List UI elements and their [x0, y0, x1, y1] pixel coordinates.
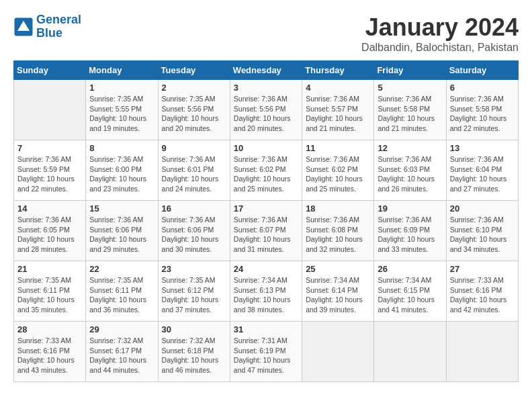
calendar-cell: 16Sunrise: 7:36 AM Sunset: 6:06 PM Dayli…: [158, 201, 230, 261]
day-info: Sunrise: 7:35 AM Sunset: 6:12 PM Dayligh…: [162, 275, 226, 315]
calendar-cell: 3Sunrise: 7:36 AM Sunset: 5:56 PM Daylig…: [230, 80, 302, 140]
day-header-tuesday: Tuesday: [158, 61, 230, 80]
day-number: 5: [378, 83, 442, 93]
day-number: 27: [450, 264, 515, 274]
day-info: Sunrise: 7:31 AM Sunset: 6:19 PM Dayligh…: [234, 336, 298, 375]
calendar-cell: 4Sunrise: 7:36 AM Sunset: 5:57 PM Daylig…: [302, 80, 374, 140]
calendar-cell: 29Sunrise: 7:32 AM Sunset: 6:17 PM Dayli…: [86, 322, 158, 382]
day-number: 28: [17, 324, 82, 334]
day-number: 10: [234, 143, 298, 153]
day-number: 9: [162, 143, 226, 153]
day-info: Sunrise: 7:35 AM Sunset: 6:11 PM Dayligh…: [89, 275, 154, 315]
day-info: Sunrise: 7:35 AM Sunset: 6:11 PM Dayligh…: [17, 275, 82, 315]
day-info: Sunrise: 7:35 AM Sunset: 5:55 PM Dayligh…: [89, 94, 154, 134]
calendar-cell: 30Sunrise: 7:32 AM Sunset: 6:18 PM Dayli…: [158, 322, 230, 382]
calendar-cell: 20Sunrise: 7:36 AM Sunset: 6:10 PM Dayli…: [446, 201, 518, 261]
day-info: Sunrise: 7:36 AM Sunset: 6:05 PM Dayligh…: [17, 215, 82, 255]
day-info: Sunrise: 7:34 AM Sunset: 6:15 PM Dayligh…: [378, 275, 442, 315]
calendar-cell: 8Sunrise: 7:36 AM Sunset: 6:00 PM Daylig…: [86, 140, 158, 201]
calendar-cell: 17Sunrise: 7:36 AM Sunset: 6:07 PM Dayli…: [230, 201, 302, 261]
calendar-cell: [14, 80, 86, 140]
calendar-cell: 10Sunrise: 7:36 AM Sunset: 6:02 PM Dayli…: [230, 140, 302, 201]
day-info: Sunrise: 7:34 AM Sunset: 6:13 PM Dayligh…: [234, 275, 298, 315]
week-row-5: 28Sunrise: 7:33 AM Sunset: 6:16 PM Dayli…: [14, 322, 519, 382]
day-info: Sunrise: 7:34 AM Sunset: 6:14 PM Dayligh…: [306, 275, 370, 315]
day-info: Sunrise: 7:33 AM Sunset: 6:16 PM Dayligh…: [450, 275, 515, 315]
day-info: Sunrise: 7:36 AM Sunset: 6:02 PM Dayligh…: [234, 154, 298, 194]
month-title: January 2024: [361, 13, 519, 42]
day-number: 31: [234, 324, 298, 334]
day-header-friday: Friday: [374, 61, 446, 80]
location: Dalbandin, Balochistan, Pakistan: [361, 42, 519, 54]
logo-icon: [13, 17, 34, 37]
week-row-1: 1Sunrise: 7:35 AM Sunset: 5:55 PM Daylig…: [14, 80, 519, 140]
day-number: 29: [89, 324, 154, 334]
day-info: Sunrise: 7:36 AM Sunset: 6:07 PM Dayligh…: [234, 215, 298, 255]
day-info: Sunrise: 7:36 AM Sunset: 5:58 PM Dayligh…: [450, 94, 515, 134]
calendar-cell: 5Sunrise: 7:36 AM Sunset: 5:58 PM Daylig…: [374, 80, 446, 140]
calendar-cell: 6Sunrise: 7:36 AM Sunset: 5:58 PM Daylig…: [446, 80, 518, 140]
calendar-cell: 15Sunrise: 7:36 AM Sunset: 6:06 PM Dayli…: [86, 201, 158, 261]
calendar-cell: 22Sunrise: 7:35 AM Sunset: 6:11 PM Dayli…: [86, 261, 158, 322]
calendar-cell: [302, 322, 374, 382]
day-info: Sunrise: 7:36 AM Sunset: 6:08 PM Dayligh…: [306, 215, 370, 255]
day-number: 4: [306, 83, 370, 93]
day-info: Sunrise: 7:36 AM Sunset: 6:03 PM Dayligh…: [378, 154, 442, 194]
calendar-cell: [374, 322, 446, 382]
day-info: Sunrise: 7:36 AM Sunset: 6:09 PM Dayligh…: [378, 215, 442, 255]
day-number: 19: [378, 203, 442, 214]
day-info: Sunrise: 7:36 AM Sunset: 6:02 PM Dayligh…: [306, 154, 370, 194]
calendar-cell: 19Sunrise: 7:36 AM Sunset: 6:09 PM Dayli…: [374, 201, 446, 261]
calendar-cell: 1Sunrise: 7:35 AM Sunset: 5:55 PM Daylig…: [86, 80, 158, 140]
calendar-cell: 14Sunrise: 7:36 AM Sunset: 6:05 PM Dayli…: [14, 201, 86, 261]
calendar-cell: 2Sunrise: 7:35 AM Sunset: 5:56 PM Daylig…: [158, 80, 230, 140]
calendar-table: SundayMondayTuesdayWednesdayThursdayFrid…: [13, 60, 519, 382]
day-header-thursday: Thursday: [302, 61, 374, 80]
day-number: 24: [234, 264, 298, 274]
week-row-2: 7Sunrise: 7:36 AM Sunset: 5:59 PM Daylig…: [14, 140, 519, 201]
day-info: Sunrise: 7:36 AM Sunset: 6:06 PM Dayligh…: [89, 215, 154, 255]
day-info: Sunrise: 7:36 AM Sunset: 5:59 PM Dayligh…: [17, 154, 82, 194]
day-info: Sunrise: 7:35 AM Sunset: 5:56 PM Dayligh…: [162, 94, 226, 134]
calendar-cell: 31Sunrise: 7:31 AM Sunset: 6:19 PM Dayli…: [230, 322, 302, 382]
day-info: Sunrise: 7:36 AM Sunset: 5:58 PM Dayligh…: [378, 94, 442, 134]
day-info: Sunrise: 7:36 AM Sunset: 5:57 PM Dayligh…: [306, 94, 370, 134]
day-info: Sunrise: 7:36 AM Sunset: 6:06 PM Dayligh…: [162, 215, 226, 255]
calendar-cell: [446, 322, 518, 382]
week-row-3: 14Sunrise: 7:36 AM Sunset: 6:05 PM Dayli…: [14, 201, 519, 261]
calendar-cell: 25Sunrise: 7:34 AM Sunset: 6:14 PM Dayli…: [302, 261, 374, 322]
day-header-saturday: Saturday: [446, 61, 518, 80]
day-number: 14: [17, 203, 82, 214]
page-header: General Blue January 2024 Dalbandin, Bal…: [13, 13, 519, 54]
day-number: 1: [89, 83, 154, 93]
day-info: Sunrise: 7:32 AM Sunset: 6:18 PM Dayligh…: [162, 336, 226, 375]
logo: General Blue: [13, 13, 81, 40]
logo-text: General Blue: [36, 13, 81, 40]
calendar-cell: 28Sunrise: 7:33 AM Sunset: 6:16 PM Dayli…: [14, 322, 86, 382]
day-number: 15: [89, 203, 154, 214]
calendar-cell: 18Sunrise: 7:36 AM Sunset: 6:08 PM Dayli…: [302, 201, 374, 261]
day-header-wednesday: Wednesday: [230, 61, 302, 80]
day-header-monday: Monday: [86, 61, 158, 80]
day-info: Sunrise: 7:36 AM Sunset: 6:01 PM Dayligh…: [162, 154, 226, 194]
day-number: 20: [450, 203, 515, 214]
day-number: 26: [378, 264, 442, 274]
day-number: 23: [162, 264, 226, 274]
day-number: 18: [306, 203, 370, 214]
calendar-cell: 26Sunrise: 7:34 AM Sunset: 6:15 PM Dayli…: [374, 261, 446, 322]
calendar-cell: 21Sunrise: 7:35 AM Sunset: 6:11 PM Dayli…: [14, 261, 86, 322]
calendar-cell: 24Sunrise: 7:34 AM Sunset: 6:13 PM Dayli…: [230, 261, 302, 322]
day-number: 21: [17, 264, 82, 274]
day-number: 12: [378, 143, 442, 153]
calendar-cell: 7Sunrise: 7:36 AM Sunset: 5:59 PM Daylig…: [14, 140, 86, 201]
day-number: 7: [17, 143, 82, 153]
day-number: 17: [234, 203, 298, 214]
days-header-row: SundayMondayTuesdayWednesdayThursdayFrid…: [14, 61, 519, 80]
day-number: 22: [89, 264, 154, 274]
day-info: Sunrise: 7:36 AM Sunset: 6:04 PM Dayligh…: [450, 154, 515, 194]
day-number: 30: [162, 324, 226, 334]
day-number: 3: [234, 83, 298, 93]
day-number: 16: [162, 203, 226, 214]
day-number: 2: [162, 83, 226, 93]
day-number: 6: [450, 83, 515, 93]
